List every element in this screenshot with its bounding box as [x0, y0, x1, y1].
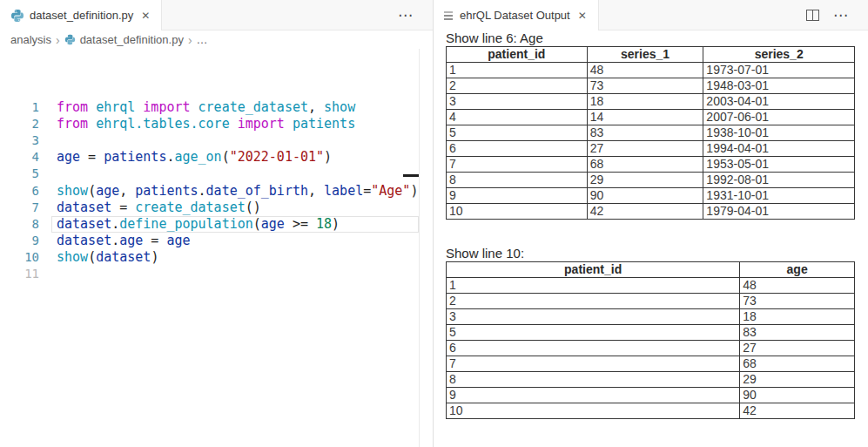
table-row: 2731948-03-01 [447, 78, 855, 94]
table-cell: 3 [447, 309, 740, 325]
line-number[interactable]: 9 [0, 233, 39, 249]
code-editor[interactable]: 1from ehrql import create_dataset, show2… [0, 49, 419, 283]
code-line[interactable]: 10show(dataset) [0, 249, 419, 266]
table-cell: 1992-08-01 [703, 173, 855, 188]
table-cell: 29 [740, 372, 855, 388]
table-cell: 48 [587, 63, 703, 78]
table-cell: 1 [447, 63, 588, 78]
chevron-right-icon: › [188, 34, 192, 46]
table-cell: 27 [587, 141, 703, 157]
table-cell: 8 [447, 173, 588, 188]
table-header-cell: series_1 [587, 47, 703, 63]
output-table: patient_idage148273318583627768829990104… [446, 261, 855, 419]
table-cell: 83 [587, 125, 703, 141]
breadcrumb-symbol[interactable]: … [197, 33, 208, 46]
table-cell: 9 [447, 388, 740, 403]
table-cell: 14 [587, 110, 703, 125]
table-header-cell: series_2 [703, 47, 855, 63]
table-row: 7681953-05-01 [447, 157, 855, 173]
breadcrumb-file[interactable]: dataset_definition.py [80, 33, 184, 46]
table-row: 990 [447, 388, 855, 403]
output-section: Show line 6: Agepatient_idseries_1series… [446, 31, 855, 220]
table-header-cell: age [740, 262, 855, 278]
editor-tabbar: dataset_definition.py ✕ ⋯ [0, 0, 433, 30]
table-cell: 1973-07-01 [703, 63, 855, 78]
split-editor-icon[interactable] [806, 10, 819, 21]
table-cell: 10 [447, 403, 740, 419]
table-cell: 73 [587, 78, 703, 94]
table-row: 1481973-07-01 [447, 63, 855, 78]
more-actions-icon[interactable]: ⋯ [833, 8, 849, 23]
output-section: Show line 10:patient_idage14827331858362… [446, 247, 855, 419]
scrollbar-track[interactable] [419, 49, 420, 447]
output-table: patient_idseries_1series_21481973-07-012… [446, 46, 855, 220]
table-row: 148 [447, 278, 855, 294]
code-line[interactable]: 4age = patients.age_on("2022-01-01") [0, 149, 419, 166]
line-number[interactable]: 6 [0, 183, 39, 200]
code-text [39, 266, 57, 282]
breadcrumb-folder[interactable]: analysis [10, 33, 51, 46]
table-cell: 10 [447, 204, 588, 220]
close-icon[interactable]: ✕ [138, 10, 152, 22]
tab-label: ehrQL Dataset Output [460, 9, 570, 22]
code-line[interactable]: 5 [0, 166, 419, 182]
table-row: 8291992-08-01 [447, 173, 855, 188]
table-cell: 27 [740, 341, 855, 356]
code-line[interactable]: 11 [0, 266, 419, 282]
code-line[interactable]: 9dataset.age = age [0, 233, 419, 249]
code-line[interactable]: 7dataset = create_dataset() [0, 200, 419, 216]
table-cell: 90 [587, 188, 703, 204]
table-cell: 5 [447, 125, 588, 141]
table-cell: 3 [447, 94, 588, 110]
table-header-row: patient_idage [447, 262, 855, 278]
table-header-row: patient_idseries_1series_2 [447, 47, 855, 63]
table-row: 9901931-10-01 [447, 188, 855, 204]
code-line[interactable]: 8dataset.define_population(age >= 18) [0, 216, 419, 233]
table-row: 627 [447, 341, 855, 356]
code-line[interactable]: 3 [0, 132, 419, 149]
tab-dataset-definition[interactable]: dataset_definition.py ✕ [0, 0, 162, 30]
table-cell: 7 [447, 356, 740, 372]
overview-ruler-cursor [403, 174, 419, 177]
code-line[interactable]: 1from ehrql import create_dataset, show [0, 99, 419, 116]
line-number[interactable]: 3 [0, 132, 39, 149]
line-number[interactable]: 11 [0, 266, 39, 282]
editor-panel: dataset_definition.py ✕ ⋯ analysis › dat… [0, 0, 433, 447]
line-number[interactable]: 4 [0, 149, 39, 166]
tab-ehrql-output[interactable]: ehrQL Dataset Output ✕ [434, 0, 599, 30]
breadcrumb: analysis › dataset_definition.py › … [0, 30, 433, 49]
table-cell: 48 [740, 278, 855, 294]
code-line[interactable]: 2from ehrql.tables.core import patients [0, 116, 419, 132]
table-cell: 8 [447, 372, 740, 388]
output-webview[interactable]: Show line 6: Agepatient_idseries_1series… [434, 30, 868, 447]
table-row: 273 [447, 294, 855, 309]
code-text: from ehrql.tables.core import patients [39, 116, 355, 132]
code-text [39, 132, 57, 149]
line-number[interactable]: 1 [0, 99, 39, 116]
table-cell: 83 [740, 325, 855, 341]
table-row: 318 [447, 309, 855, 325]
code-text: dataset = create_dataset() [39, 200, 261, 216]
table-cell: 68 [587, 157, 703, 173]
python-icon [10, 9, 24, 23]
table-cell: 2003-04-01 [703, 94, 855, 110]
close-icon[interactable]: ✕ [575, 10, 589, 22]
line-number[interactable]: 5 [0, 166, 39, 182]
editor-toolbar: ⋯ [398, 0, 433, 30]
more-actions-icon[interactable]: ⋯ [398, 8, 414, 23]
line-number[interactable]: 8 [0, 216, 39, 233]
code-text: show(age, patients.date_of_birth, label=… [39, 183, 418, 200]
python-icon [64, 34, 76, 45]
table-cell: 5 [447, 325, 740, 341]
line-number[interactable]: 7 [0, 200, 39, 216]
table-row: 829 [447, 372, 855, 388]
line-number[interactable]: 10 [0, 249, 39, 266]
table-cell: 29 [587, 173, 703, 188]
webview-list-icon [444, 11, 453, 20]
table-cell: 90 [740, 388, 855, 403]
line-number[interactable]: 2 [0, 116, 39, 132]
table-row: 6271994-04-01 [447, 141, 855, 157]
table-cell: 68 [740, 356, 855, 372]
table-cell: 1979-04-01 [703, 204, 855, 220]
code-line[interactable]: 6show(age, patients.date_of_birth, label… [0, 183, 419, 200]
